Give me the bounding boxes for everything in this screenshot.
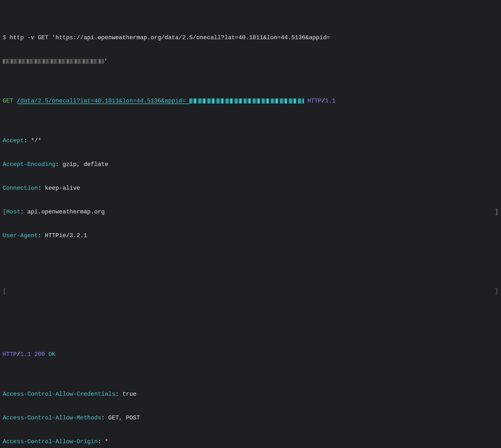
cmd-quote-close: ' — [104, 58, 107, 65]
response-status-line: HTTP/1.1 200 OK — [3, 351, 498, 359]
header-value: HTTPie/3.2.1 — [45, 232, 87, 239]
blank-line — [3, 311, 498, 319]
http-method: GET — [3, 98, 17, 104]
resp-header: Access-Control-Allow-Credentials: true — [3, 390, 498, 398]
req-header: Connection: keep-alive — [3, 184, 498, 192]
resp-status-text: OK — [49, 351, 55, 358]
resp-proto: HTTP — [3, 351, 17, 358]
header-value: api.openweathermap.org — [27, 209, 105, 215]
req-header: Accept: */* — [3, 137, 498, 145]
resp-status-code: 200 — [34, 351, 49, 358]
divider-brackets: [] — [3, 287, 498, 295]
header-name: Accept — [3, 137, 24, 144]
cmd-tool: http — [10, 34, 27, 41]
header-name: Access-Control-Allow-Methods — [3, 415, 101, 421]
req-header: User-Agent: HTTPie/3.2.1 — [3, 232, 498, 240]
http-proto-slash: / — [322, 98, 325, 104]
header-name: Connection — [3, 185, 38, 192]
resp-header: Access-Control-Allow-Methods: GET, POST — [3, 414, 498, 422]
http-proto-ver: 1.1 — [325, 98, 336, 104]
header-value: GET, POST — [108, 415, 140, 421]
http-proto: HTTP — [304, 98, 322, 104]
redacted-api-key-cmd — [3, 59, 104, 64]
redacted-api-key-path — [189, 98, 304, 104]
header-name: Accept-Encoding — [3, 161, 55, 168]
cmd-url: https://api.openweathermap.org/data/2.5/… — [55, 34, 330, 41]
header-value: true — [122, 391, 137, 398]
resp-header: Access-Control-Allow-Origin: * — [3, 438, 498, 446]
header-value: * — [105, 438, 108, 445]
blank-line — [3, 264, 498, 272]
prompt: $ — [3, 34, 10, 41]
cmd-line[interactable]: $ http -v GET 'https://api.openweatherma… — [3, 34, 498, 42]
header-value: keep-alive — [45, 185, 80, 192]
header-value: */* — [31, 137, 42, 144]
header-name: Access-Control-Allow-Origin — [3, 438, 98, 445]
request-path: /data/2.5/onecall?lat=40.1811&lon=44.513… — [17, 98, 304, 104]
header-name: User-Agent — [3, 232, 38, 239]
terminal-output: $ http -v GET 'https://api.openweatherma… — [0, 0, 501, 448]
req-header-host: [Host: api.openweathermap.org] — [3, 208, 498, 216]
header-name: Host — [6, 209, 20, 215]
cmd-quote-open: ' — [52, 34, 55, 41]
request-line: GET /data/2.5/onecall?lat=40.1811&lon=44… — [3, 97, 498, 105]
req-header: Accept-Encoding: gzip, deflate — [3, 161, 498, 169]
cmd-flags: -v GET — [27, 34, 52, 41]
header-value: gzip, deflate — [62, 161, 108, 168]
cmd-line-2: ' — [3, 58, 498, 66]
header-name: Access-Control-Allow-Credentials — [3, 391, 115, 398]
resp-proto-ver: 1.1 — [20, 351, 34, 358]
